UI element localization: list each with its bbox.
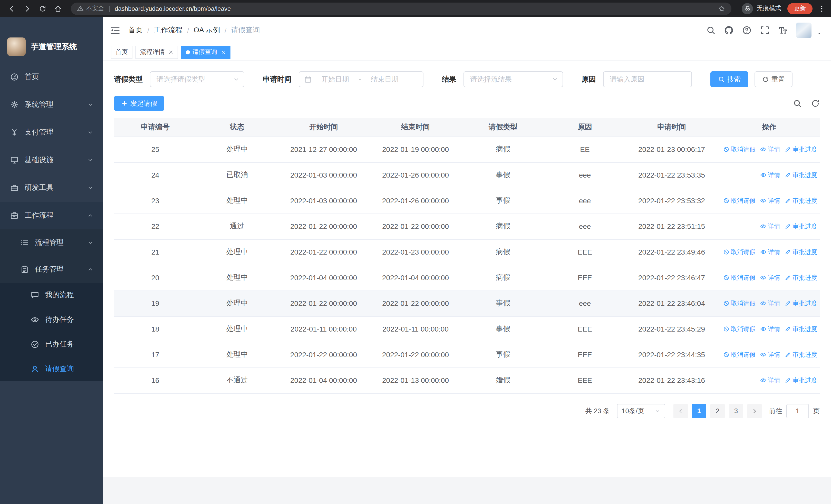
bookmark-star-icon[interactable] bbox=[718, 5, 725, 12]
user-avatar[interactable] bbox=[796, 23, 811, 38]
cell-start_time: 2022-01-03 00:00:00 bbox=[278, 188, 370, 213]
page-size-select[interactable]: 10条/页 bbox=[617, 404, 665, 418]
detail-action-link[interactable]: 详情 bbox=[760, 299, 780, 308]
sidebar-toggle[interactable] bbox=[110, 25, 120, 35]
tab-process-detail[interactable]: 流程详情 bbox=[136, 46, 178, 59]
breadcrumb-item[interactable]: OA 示例 bbox=[194, 26, 220, 35]
cancel-action-link[interactable]: 取消请假 bbox=[723, 196, 755, 205]
forward-button[interactable] bbox=[21, 2, 34, 15]
sidebar-item-workflow[interactable]: 工作流程 bbox=[0, 202, 103, 230]
cancel-action-link[interactable]: 取消请假 bbox=[723, 325, 755, 333]
action-links: 详情审批进度 bbox=[718, 376, 820, 385]
toggle-search-icon[interactable] bbox=[793, 99, 802, 108]
tab-home[interactable]: 首页 bbox=[111, 46, 133, 59]
start-date-input[interactable] bbox=[314, 76, 357, 83]
end-date-input[interactable] bbox=[363, 76, 406, 83]
breadcrumb-item[interactable]: 首页 bbox=[128, 26, 143, 35]
edit-icon bbox=[785, 172, 791, 178]
reason-input[interactable] bbox=[603, 71, 692, 87]
security-warning-label[interactable]: 不安全 bbox=[86, 5, 104, 12]
detail-action-link[interactable]: 详情 bbox=[760, 171, 780, 179]
progress-action-link[interactable]: 审批进度 bbox=[785, 171, 817, 179]
detail-action-link[interactable]: 详情 bbox=[760, 248, 780, 256]
sidebar-item-payment[interactable]: 支付管理 bbox=[0, 119, 103, 146]
result-input[interactable] bbox=[463, 71, 563, 87]
sidebar-item-done-task[interactable]: 已办任务 bbox=[0, 332, 103, 357]
detail-action-link[interactable]: 详情 bbox=[760, 350, 780, 359]
sidebar-item-todo-task[interactable]: 待办任务 bbox=[0, 307, 103, 332]
leave-type-input[interactable] bbox=[150, 71, 244, 87]
security-warning-icon[interactable] bbox=[77, 5, 84, 12]
reset-button[interactable]: 重置 bbox=[754, 71, 793, 87]
next-page-button[interactable] bbox=[747, 404, 762, 418]
detail-action-link[interactable]: 详情 bbox=[760, 196, 780, 205]
detail-action-link[interactable]: 详情 bbox=[760, 376, 780, 385]
cancel-action-link[interactable]: 取消请假 bbox=[723, 350, 755, 359]
result-select[interactable] bbox=[463, 71, 563, 87]
cell-status: 处理中 bbox=[197, 188, 278, 213]
cancel-action-link[interactable]: 取消请假 bbox=[723, 273, 755, 282]
edit-icon bbox=[785, 274, 791, 281]
progress-action-link[interactable]: 审批进度 bbox=[785, 196, 817, 205]
progress-action-link[interactable]: 审批进度 bbox=[785, 222, 817, 231]
action-label: 详情 bbox=[768, 248, 780, 256]
sidebar-item-task-mgmt[interactable]: 任务管理 bbox=[0, 256, 103, 283]
incognito-label: 无痕模式 bbox=[756, 4, 781, 13]
search-icon[interactable] bbox=[706, 26, 716, 35]
cancel-icon bbox=[723, 300, 729, 306]
refresh-table-icon[interactable] bbox=[811, 99, 820, 108]
sidebar-item-infrastructure[interactable]: 基础设施 bbox=[0, 146, 103, 174]
cell-status: 通过 bbox=[197, 213, 278, 239]
font-size-icon[interactable] bbox=[778, 26, 787, 35]
detail-action-link[interactable]: 详情 bbox=[760, 222, 780, 231]
cell-reason: EEE bbox=[545, 367, 625, 393]
sidebar-item-home[interactable]: 首页 bbox=[0, 63, 103, 91]
create-leave-button[interactable]: 发起请假 bbox=[114, 96, 164, 111]
detail-action-link[interactable]: 详情 bbox=[760, 325, 780, 333]
page-button-3[interactable]: 3 bbox=[729, 404, 743, 418]
app-header: 首页/工作流程/OA 示例/请假查询 bbox=[103, 17, 831, 43]
detail-action-link[interactable]: 详情 bbox=[760, 273, 780, 282]
progress-action-link[interactable]: 审批进度 bbox=[785, 299, 817, 308]
help-icon[interactable] bbox=[742, 26, 751, 35]
progress-action-link[interactable]: 审批进度 bbox=[785, 145, 817, 154]
sidebar-item-devtools[interactable]: 研发工具 bbox=[0, 174, 103, 202]
cell-start_time: 2022-01-22 00:00:00 bbox=[278, 213, 370, 239]
sidebar-item-system[interactable]: 系统管理 bbox=[0, 91, 103, 119]
address-bar[interactable]: 不安全 dashboard.yudao.iocoder.cn/bpm/oa/le… bbox=[71, 2, 732, 14]
logo[interactable]: 芋道管理系统 bbox=[0, 31, 103, 62]
cancel-action-link[interactable]: 取消请假 bbox=[723, 299, 755, 308]
progress-action-link[interactable]: 审批进度 bbox=[785, 273, 817, 282]
reload-button[interactable] bbox=[36, 2, 49, 15]
leave-table: 申请编号状态开始时间结束时间请假类型原因申请时间操作 25处理中2021-12-… bbox=[114, 118, 820, 393]
progress-action-link[interactable]: 审批进度 bbox=[785, 350, 817, 359]
sidebar-item-my-process[interactable]: 我的流程 bbox=[0, 283, 103, 307]
column-header: 操作 bbox=[718, 118, 820, 137]
sidebar-item-leave-query[interactable]: 请假查询 bbox=[0, 357, 103, 381]
progress-action-link[interactable]: 审批进度 bbox=[785, 325, 817, 333]
page-button-1[interactable]: 1 bbox=[692, 404, 706, 418]
prev-page-button[interactable] bbox=[674, 404, 688, 418]
update-button[interactable]: 更新 bbox=[787, 3, 812, 14]
sidebar-item-process-mgmt[interactable]: 流程管理 bbox=[0, 230, 103, 256]
tab-leave-query[interactable]: 请假查询 bbox=[181, 46, 230, 59]
cancel-action-link[interactable]: 取消请假 bbox=[723, 248, 755, 256]
progress-action-link[interactable]: 审批进度 bbox=[785, 248, 817, 256]
fullscreen-icon[interactable] bbox=[760, 26, 769, 35]
url-text[interactable]: dashboard.yudao.iocoder.cn/bpm/oa/leave bbox=[115, 5, 231, 12]
apply-time-range[interactable]: - bbox=[299, 71, 424, 87]
github-icon[interactable] bbox=[724, 26, 734, 35]
leave-type-select[interactable] bbox=[150, 71, 244, 87]
cancel-action-link[interactable]: 取消请假 bbox=[723, 145, 755, 154]
page-button-2[interactable]: 2 bbox=[710, 404, 725, 418]
search-button[interactable]: 搜索 bbox=[710, 71, 748, 87]
breadcrumb-item[interactable]: 工作流程 bbox=[154, 26, 182, 35]
home-button[interactable] bbox=[51, 2, 65, 15]
progress-action-link[interactable]: 审批进度 bbox=[785, 376, 817, 385]
goto-page-input[interactable] bbox=[786, 404, 809, 418]
detail-action-link[interactable]: 详情 bbox=[760, 145, 780, 154]
browser-menu-icon[interactable] bbox=[818, 4, 826, 12]
back-button[interactable] bbox=[5, 2, 19, 15]
caret-down-icon[interactable] bbox=[816, 31, 822, 36]
devtools-icon bbox=[10, 184, 19, 192]
